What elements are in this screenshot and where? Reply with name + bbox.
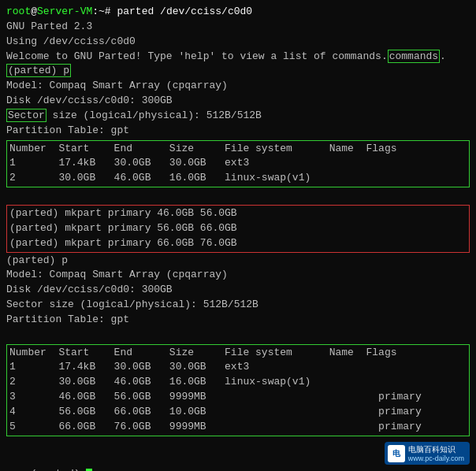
- welcome-msg: Welcome to GNU Parted! Type 'help' to vi…: [6, 50, 470, 65]
- terminal-line-1: root@Server-VM:~# parted /dev/cciss/c0d0: [6, 5, 470, 20]
- model-line-1: Model: Compaq Smart Array (cpqarray): [6, 79, 470, 94]
- mkpart-cmd-3: (parted) mkpart primary 66.0GB 76.0GB: [9, 236, 467, 251]
- watermark-info: 电脑百科知识 www.pc-daily.com: [408, 444, 464, 462]
- table-row-2-3: 3 46.0GB 56.0GB 9999MB primary: [9, 390, 467, 405]
- watermark-site: 电脑百科知识: [408, 444, 464, 454]
- using-device: Using /dev/cciss/c0d0: [6, 35, 470, 50]
- parted-cmd-p1: (parted) p: [6, 64, 470, 79]
- disk-line-2: Disk /dev/cciss/c0d0: 300GB: [6, 283, 470, 298]
- prompt-at: @: [31, 6, 37, 17]
- table-row-2-1: 1 17.4kB 30.0GB 30.0GB ext3: [9, 360, 467, 375]
- sector-line-1: Sector size (logical/physical): 512B/512…: [6, 109, 470, 124]
- model-line-2: Model: Compaq Smart Array (cpqarray): [6, 268, 470, 283]
- final-prompt-text: (parted): [31, 468, 86, 471]
- mkpart-commands-block: (parted) mkpart primary 46.0GB 56.0GB (p…: [6, 205, 470, 253]
- prompt-host: Server-VM: [37, 6, 92, 17]
- partition-table-2: Number Start End Size File system Name F…: [6, 344, 470, 436]
- prompt-user: root: [6, 6, 31, 17]
- parted-prompt-p1-box: (parted) p: [6, 64, 71, 77]
- ptable-line-2: Partition Table: gpt: [6, 313, 470, 328]
- table-row-1-1: 1 17.4kB 30.0GB 30.0GB ext3: [9, 156, 467, 171]
- parted-version: GNU Parted 2.3: [6, 20, 470, 35]
- prompt-symbol: :~#: [92, 6, 117, 17]
- commands-highlight: commands: [388, 50, 440, 63]
- mkpart-cmd-1: (parted) mkpart primary 46.0GB 56.0GB: [9, 206, 467, 221]
- ptable-line-1: Partition Table: gpt: [6, 124, 470, 139]
- table-row-1-2: 2 30.0GB 46.0GB 16.0GB linux-swap(v1): [9, 171, 467, 186]
- table-header-1: Number Start End Size File system Name F…: [9, 142, 467, 157]
- watermark-icon: 电: [388, 445, 405, 462]
- parted-cmd-p2: (parted) p: [6, 254, 470, 269]
- watermark-url: www.pc-daily.com: [408, 454, 464, 462]
- watermark: 电 电脑百科知识 www.pc-daily.com: [385, 442, 470, 465]
- sector-label-1: Sector: [6, 109, 46, 122]
- table-row-2-2: 2 30.0GB 46.0GB 16.0GB linux-swap(v1): [9, 375, 467, 390]
- table-row-2-4: 4 56.0GB 66.0GB 10.0GB primary: [9, 405, 467, 420]
- table-row-2-5: 5 66.0GB 76.0GB 9999MB primary: [9, 420, 467, 435]
- partition-table-1: Number Start End Size File system Name F…: [6, 140, 470, 188]
- sector-line-2: Sector size (logical/physical): 512B/512…: [6, 298, 470, 313]
- table-header-2: Number Start End Size File system Name F…: [9, 346, 467, 361]
- disk-line-1: Disk /dev/cciss/c0d0: 300GB: [6, 94, 470, 109]
- mkpart-cmd-2: (parted) mkpart primary 56.0GB 66.0GB: [9, 221, 467, 236]
- terminal-window: root@Server-VM:~# parted /dev/cciss/c0d0…: [0, 0, 476, 471]
- initial-command: parted /dev/cciss/c0d0: [117, 6, 252, 17]
- blank-2: [6, 328, 470, 343]
- blank-1: [6, 189, 470, 204]
